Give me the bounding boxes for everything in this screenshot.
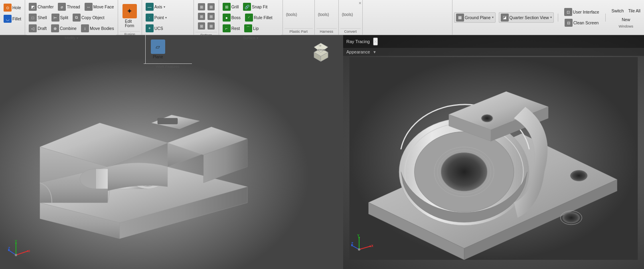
quarter-section-button[interactable]: ◪ Quarter Section View ▾ <box>499 12 554 23</box>
boss-button[interactable]: ● Boss <box>221 12 243 23</box>
svg-rect-17 <box>158 118 178 124</box>
pattern-btn-2[interactable]: ⊞ <box>207 2 215 11</box>
copy-object-button[interactable]: ⧉ Copy Object <box>71 12 107 23</box>
svg-point-26 <box>8 249 10 251</box>
hole-icon: ⊙ <box>4 4 12 12</box>
new-label: New <box>622 17 630 22</box>
boss-label: Boss <box>231 15 241 20</box>
axes-right: X Y Z <box>351 233 373 256</box>
axes-svg-right: X Y Z <box>351 233 373 255</box>
svg-point-45 <box>441 153 487 191</box>
plastic-part-group: (tools) Plastic Part <box>283 0 315 35</box>
rest-label: Rest <box>231 26 240 31</box>
snap-fit-button[interactable]: 🔗 Snap Fit <box>241 2 269 12</box>
draft-icon: ◁ <box>29 24 37 32</box>
edit-form-label: EditForm <box>125 19 134 28</box>
rule-fillet-label: Rule Fillet <box>254 15 273 20</box>
quarter-section-label: Quarter Section View <box>510 15 549 20</box>
ui-icon: ⊡ <box>564 8 572 16</box>
snap-fit-label: Snap Fit <box>252 4 267 9</box>
convert-label: Convert <box>340 28 361 34</box>
work-features-group: — Axis ▾ · Point ▾ ⌖ UCS <box>142 0 194 35</box>
pattern-btn-1[interactable]: ⊞ <box>197 2 206 11</box>
windows-label: Windows <box>619 24 634 28</box>
fusion-label: Fusion <box>120 31 140 37</box>
hole-button[interactable]: ⊙ Modify Hole <box>2 2 23 13</box>
ground-plane-button[interactable]: ▦ Ground Plane ▾ <box>454 12 496 23</box>
viewport-left[interactable]: _ □ <box>0 35 343 269</box>
pattern-btn-4[interactable]: ⊞ <box>207 12 215 21</box>
split-button[interactable]: ⊢ Split <box>49 12 70 23</box>
svg-line-22 <box>9 250 16 255</box>
pattern-6-icon: ⊞ <box>207 22 215 30</box>
fillet-button[interactable]: ◡ Fillet <box>2 14 23 24</box>
user-interface-button[interactable]: ⊡ User Interface <box>562 7 601 17</box>
pattern-3-icon: ⊞ <box>198 13 205 20</box>
ucs-button[interactable]: ⌖ UCS <box>144 23 165 34</box>
part-right-svg <box>343 57 644 260</box>
user-interface-group: ⊡ User Interface ⊟ Clean Screen <box>562 7 601 28</box>
move-face-button[interactable]: ↔ Move Face <box>83 2 116 12</box>
tile-all-button[interactable]: Tile All <box>626 7 642 15</box>
convert-close-button[interactable]: × <box>359 1 362 6</box>
modify-label[interactable]: Modify ▾ <box>27 35 116 40</box>
shell-icon: □ <box>29 14 37 22</box>
draft-button[interactable]: ◁ Draft <box>27 23 49 34</box>
tile-all-label: Tile All <box>628 8 640 13</box>
toolbar-separator-1 <box>558 14 558 22</box>
clean-screen-icon: ⊟ <box>565 19 573 27</box>
fusion-group: ✦ EditForm Fusion <box>118 0 142 35</box>
edit-form-icon: ✦ <box>122 4 137 18</box>
combine-icon: ⊕ <box>51 24 59 32</box>
svg-point-24 <box>27 250 29 252</box>
svg-text:FRONT: FRONT <box>318 49 326 51</box>
plane-label: Plane <box>153 55 163 59</box>
ucs-label: UCS <box>154 26 163 31</box>
point-label: Point <box>154 15 164 20</box>
axes-svg-left: X Y Z <box>8 239 30 261</box>
split-label: Split <box>60 15 68 20</box>
rest-button[interactable]: ⌐ Rest <box>221 23 242 34</box>
plane-icon: ▱ <box>151 40 165 54</box>
viewport-right[interactable]: Ray Tracing × Appearance ▾ <box>343 35 644 269</box>
fillet-label: Fillet <box>12 16 21 21</box>
pattern-btn-6[interactable]: ⊞ <box>207 22 215 30</box>
switch-button[interactable]: Switch <box>610 7 626 15</box>
move-bodies-label: Move Bodies <box>90 26 114 31</box>
svg-line-53 <box>359 246 370 249</box>
convert-group: (tools) Convert × <box>339 0 363 35</box>
point-button[interactable]: · Point ▾ <box>144 12 169 23</box>
thread-button[interactable]: ⌀ Thread <box>56 2 82 12</box>
right-toolbar-area: ▦ Ground Plane ▾ ◪ Quarter Section View … <box>452 0 644 35</box>
edit-form-button[interactable]: ✦ EditForm <box>120 2 140 30</box>
plane-button[interactable]: ▱ Plane <box>148 35 168 63</box>
nav-cube-left[interactable]: FRONT Up <box>308 38 332 62</box>
svg-point-60 <box>358 237 360 238</box>
pattern-4-icon: ⊞ <box>207 13 215 20</box>
shell-button[interactable]: □ Shell <box>27 12 49 23</box>
move-bodies-button[interactable]: ↕ Move Bodies <box>79 23 116 34</box>
chamfer-button[interactable]: ◩ Chamfer <box>27 2 55 12</box>
axis-button[interactable]: — Axis ▾ <box>144 2 167 12</box>
thread-label: Thread <box>67 4 80 9</box>
chamfer-label: Chamfer <box>38 4 53 9</box>
pattern-btn-5[interactable]: ⊞ <box>197 22 206 30</box>
thread-icon: ⌀ <box>58 3 66 11</box>
grill-button[interactable]: ⊞ Grill <box>221 2 241 12</box>
svg-text:X: X <box>371 244 373 248</box>
lip-button[interactable]: ⌒ Lip <box>242 23 261 34</box>
hole-label: Hole <box>12 5 21 10</box>
clean-screen-button[interactable]: ⊟ Clean Screen <box>563 18 601 28</box>
rule-fillet-button[interactable]: ◜ Rule Fillet <box>243 12 275 23</box>
appearance-dropdown-icon[interactable]: ▾ <box>373 49 376 55</box>
toolbar-separator-2 <box>605 14 606 22</box>
svg-point-40 <box>563 212 579 223</box>
shell-label: Shell <box>38 15 47 20</box>
combine-button[interactable]: ⊕ Combine <box>49 23 79 34</box>
hole-fillet-group: ⊙ Modify Hole ◡ Fillet <box>0 0 25 35</box>
svg-line-57 <box>352 245 359 249</box>
ray-tracing-close[interactable]: × <box>373 38 378 45</box>
pattern-label: Pattern <box>196 32 217 38</box>
new-window-button[interactable]: New <box>620 16 632 24</box>
pattern-btn-3[interactable]: ⊞ <box>197 12 206 21</box>
